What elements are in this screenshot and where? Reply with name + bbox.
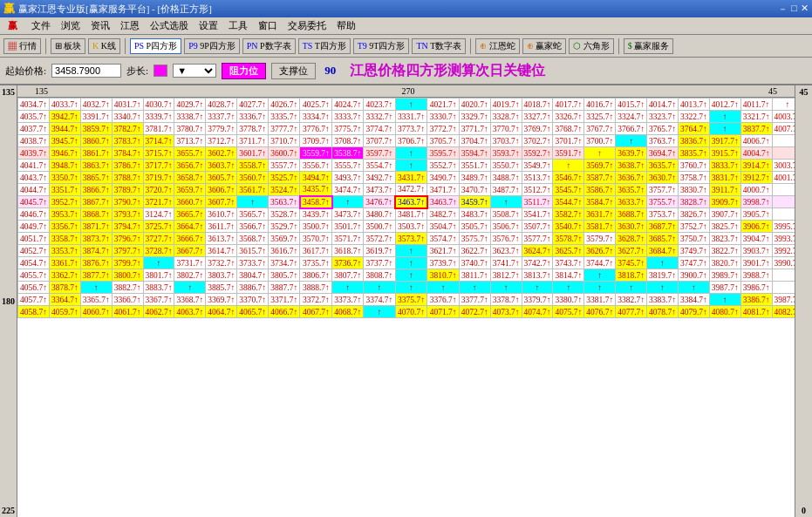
cell[interactable]: 3546.7↑ — [553, 172, 584, 184]
cell[interactable]: 4017.7↑ — [553, 99, 584, 111]
start-price-input[interactable] — [51, 64, 121, 78]
cell[interactable]: 3781.7↑ — [143, 123, 174, 135]
cell[interactable]: 3914.7↑ — [740, 160, 772, 172]
cell[interactable]: 4020.7↑ — [459, 99, 490, 111]
cell[interactable]: 3776.7↑ — [300, 123, 332, 135]
cell[interactable]: 3368.7↑ — [174, 294, 206, 306]
cell[interactable]: 3340.7↑ — [112, 111, 143, 123]
cell[interactable]: 3513.7↑ — [522, 172, 553, 184]
cell[interactable]: 3786.7↑ — [112, 160, 143, 172]
cell[interactable]: 3391.7↑ — [80, 111, 112, 123]
cell[interactable]: ↑ — [584, 269, 616, 282]
cell[interactable]: 3877.7↑ — [80, 269, 112, 282]
cell[interactable]: 3555.7↑ — [332, 160, 364, 172]
cell[interactable]: 3481.7↑ — [395, 208, 427, 221]
cell[interactable]: 4051.7↑ — [18, 233, 50, 245]
cell[interactable]: ↑ — [553, 282, 584, 294]
cell[interactable]: 3799.7↑ — [112, 257, 143, 269]
cell[interactable]: 3623.7↑ — [490, 245, 522, 257]
cell[interactable]: 3633.7↑ — [616, 196, 647, 208]
cell[interactable]: 3372.7↑ — [300, 294, 332, 306]
cell[interactable]: 3322.7↑ — [678, 111, 709, 123]
cell[interactable]: ↑ — [584, 282, 616, 294]
cell[interactable]: 4006.7↑ — [740, 135, 772, 147]
cell[interactable]: 3329.7↑ — [459, 111, 490, 123]
cell[interactable]: ↑ — [709, 111, 740, 123]
cell[interactable]: 3876.7↑ — [80, 257, 112, 269]
cell[interactable]: 4034.7↑ — [18, 99, 50, 111]
cell[interactable]: 3656.7↑ — [174, 160, 206, 172]
cell[interactable]: ↑ — [237, 196, 269, 208]
cell[interactable]: 3989.7↑ — [709, 269, 740, 282]
cell[interactable]: 4000.7↑ — [740, 184, 772, 196]
cell[interactable]: 4016.7↑ — [584, 99, 616, 111]
cell[interactable]: 3552.7↑ — [427, 160, 459, 172]
cell[interactable]: 3603.7↑ — [206, 160, 237, 172]
cell[interactable]: 3766.7↑ — [616, 123, 647, 135]
cell[interactable]: 3714.7↑ — [143, 135, 174, 147]
cell[interactable]: 3719.7↑ — [143, 172, 174, 184]
menu-info[interactable]: 资讯 — [86, 18, 114, 33]
cell[interactable]: 3905.7↑ — [740, 208, 772, 221]
cell[interactable]: 3504.7↑ — [427, 221, 459, 233]
cell[interactable]: 4080.7↑ — [709, 306, 740, 318]
cell[interactable]: ↑ — [553, 160, 584, 172]
cell[interactable]: 4078.7↑ — [647, 306, 679, 318]
cell[interactable]: 3992.7↑ — [772, 245, 795, 257]
cell[interactable]: 3700.7↑ — [584, 135, 616, 147]
cell[interactable]: 3720.7↑ — [143, 184, 174, 196]
cell[interactable]: 4014.7↑ — [647, 99, 679, 111]
cell[interactable]: 3541.7↑ — [522, 208, 553, 221]
cell[interactable]: 3915.7↑ — [709, 147, 740, 160]
cell[interactable]: 4037.7↑ — [18, 123, 50, 135]
cell[interactable]: 3948.7↑ — [49, 160, 80, 172]
cell[interactable]: 3819.7↑ — [647, 269, 679, 282]
window-controls[interactable]: － □ ✕ — [778, 3, 809, 16]
cell[interactable]: 3473.7↑ — [364, 184, 395, 196]
cell[interactable]: 3559.7↑ — [300, 147, 332, 160]
cell[interactable]: 3622.7↑ — [459, 245, 490, 257]
cell[interactable]: 3782.7↑ — [112, 123, 143, 135]
cell[interactable]: 4063.7↑ — [174, 306, 206, 318]
cell[interactable]: 3731.7↑ — [174, 257, 206, 269]
cell[interactable]: 3538.7↑ — [332, 147, 364, 160]
cell[interactable]: 3375.7↑ — [395, 294, 427, 306]
cell[interactable]: 3712.7↑ — [206, 135, 237, 147]
cell[interactable]: 3367.7↑ — [143, 294, 174, 306]
cell[interactable]: 3507.7↑ — [522, 221, 553, 233]
cell[interactable]: 3482.7↑ — [427, 208, 459, 221]
cell[interactable]: 3734.7↑ — [269, 257, 300, 269]
cell[interactable]: 3859.7↑ — [80, 123, 112, 135]
cell[interactable]: 3770.7↑ — [490, 123, 522, 135]
cell[interactable]: 3470.7↑ — [459, 184, 490, 196]
cell[interactable]: 3710.7↑ — [269, 135, 300, 147]
cell[interactable]: 4025.7↑ — [300, 99, 332, 111]
cell[interactable]: 4057.7↑ — [18, 294, 50, 306]
cell[interactable]: 3793.7↑ — [112, 208, 143, 221]
cell[interactable]: 4068.7↑ — [332, 306, 364, 318]
cell[interactable]: 3779.7↑ — [206, 123, 237, 135]
cell[interactable]: 3775.7↑ — [332, 123, 364, 135]
grid-container[interactable]: 135 270 45 4034.7↑ 4033.7↑ 4032.7↑ 4031.… — [17, 85, 795, 517]
cell[interactable]: 4056.7↑ — [18, 282, 50, 294]
cell[interactable]: 3797.7↑ — [112, 245, 143, 257]
cell[interactable]: 3565.7↑ — [237, 208, 269, 221]
cell[interactable]: 3569.7↑ — [269, 233, 300, 245]
cell[interactable]: 3500.7↑ — [364, 221, 395, 233]
cell[interactable]: 3750.7↑ — [678, 233, 709, 245]
cell[interactable]: ↑ — [678, 282, 709, 294]
cell[interactable]: 3384.7↑ — [678, 294, 709, 306]
cell[interactable]: 4030.7↑ — [143, 99, 174, 111]
cell[interactable]: 3878.7↑ — [49, 282, 80, 294]
cell[interactable]: 3993.7↑ — [772, 233, 795, 245]
cell[interactable]: ↑ — [332, 282, 364, 294]
cell[interactable]: 3907.7↑ — [709, 208, 740, 221]
cell[interactable]: 3459.7↑ — [459, 196, 490, 208]
cell[interactable]: ↑ — [647, 257, 679, 269]
cell[interactable]: 3337.7↑ — [206, 111, 237, 123]
cell[interactable]: 3771.7↑ — [459, 123, 490, 135]
cell[interactable]: 3554.7↑ — [364, 160, 395, 172]
cell[interactable]: 3638.7↑ — [616, 160, 647, 172]
cell[interactable]: 3664.7↑ — [174, 221, 206, 233]
cell[interactable]: 3325.7↑ — [584, 111, 616, 123]
